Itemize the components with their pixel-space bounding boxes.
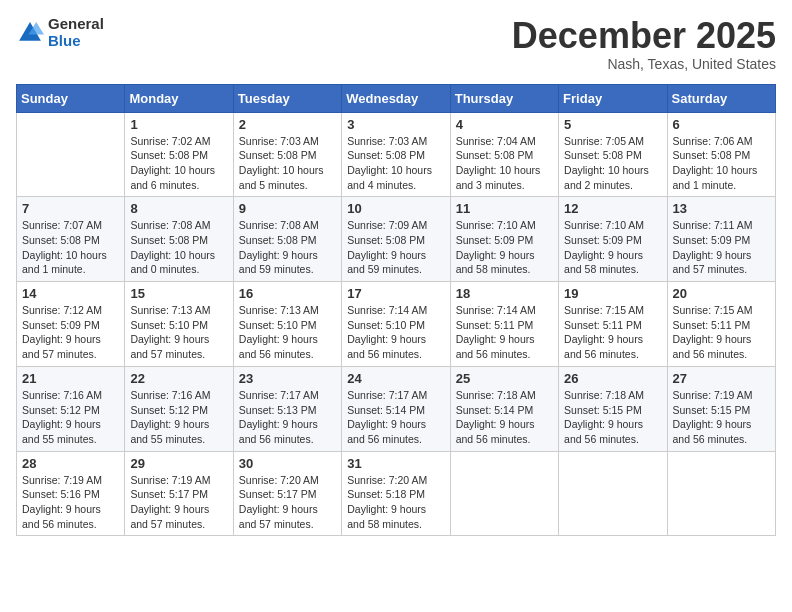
day-info: Sunrise: 7:13 AM Sunset: 5:10 PM Dayligh… <box>130 303 227 362</box>
calendar-cell: 24Sunrise: 7:17 AM Sunset: 5:14 PM Dayli… <box>342 366 450 451</box>
calendar-cell: 1Sunrise: 7:02 AM Sunset: 5:08 PM Daylig… <box>125 112 233 197</box>
title-area: December 2025 Nash, Texas, United States <box>512 16 776 72</box>
calendar-cell <box>559 451 667 536</box>
day-info: Sunrise: 7:19 AM Sunset: 5:16 PM Dayligh… <box>22 473 119 532</box>
day-info: Sunrise: 7:16 AM Sunset: 5:12 PM Dayligh… <box>22 388 119 447</box>
calendar-cell: 15Sunrise: 7:13 AM Sunset: 5:10 PM Dayli… <box>125 282 233 367</box>
calendar-cell: 23Sunrise: 7:17 AM Sunset: 5:13 PM Dayli… <box>233 366 341 451</box>
day-number: 12 <box>564 201 661 216</box>
calendar-header-tuesday: Tuesday <box>233 84 341 112</box>
day-info: Sunrise: 7:18 AM Sunset: 5:15 PM Dayligh… <box>564 388 661 447</box>
calendar-cell: 7Sunrise: 7:07 AM Sunset: 5:08 PM Daylig… <box>17 197 125 282</box>
day-info: Sunrise: 7:05 AM Sunset: 5:08 PM Dayligh… <box>564 134 661 193</box>
calendar-cell: 22Sunrise: 7:16 AM Sunset: 5:12 PM Dayli… <box>125 366 233 451</box>
calendar-cell: 28Sunrise: 7:19 AM Sunset: 5:16 PM Dayli… <box>17 451 125 536</box>
day-number: 21 <box>22 371 119 386</box>
logo-general: General <box>48 16 104 33</box>
calendar-header-saturday: Saturday <box>667 84 775 112</box>
calendar-cell: 12Sunrise: 7:10 AM Sunset: 5:09 PM Dayli… <box>559 197 667 282</box>
day-info: Sunrise: 7:07 AM Sunset: 5:08 PM Dayligh… <box>22 218 119 277</box>
day-number: 18 <box>456 286 553 301</box>
calendar-header-monday: Monday <box>125 84 233 112</box>
calendar-header-sunday: Sunday <box>17 84 125 112</box>
day-number: 6 <box>673 117 770 132</box>
day-number: 4 <box>456 117 553 132</box>
calendar-cell: 20Sunrise: 7:15 AM Sunset: 5:11 PM Dayli… <box>667 282 775 367</box>
calendar-cell: 4Sunrise: 7:04 AM Sunset: 5:08 PM Daylig… <box>450 112 558 197</box>
day-number: 7 <box>22 201 119 216</box>
calendar-cell: 9Sunrise: 7:08 AM Sunset: 5:08 PM Daylig… <box>233 197 341 282</box>
calendar-week-row: 21Sunrise: 7:16 AM Sunset: 5:12 PM Dayli… <box>17 366 776 451</box>
calendar-header-wednesday: Wednesday <box>342 84 450 112</box>
day-info: Sunrise: 7:15 AM Sunset: 5:11 PM Dayligh… <box>673 303 770 362</box>
calendar-cell: 8Sunrise: 7:08 AM Sunset: 5:08 PM Daylig… <box>125 197 233 282</box>
calendar-cell: 10Sunrise: 7:09 AM Sunset: 5:08 PM Dayli… <box>342 197 450 282</box>
calendar-week-row: 1Sunrise: 7:02 AM Sunset: 5:08 PM Daylig… <box>17 112 776 197</box>
day-number: 1 <box>130 117 227 132</box>
day-info: Sunrise: 7:16 AM Sunset: 5:12 PM Dayligh… <box>130 388 227 447</box>
calendar-header-friday: Friday <box>559 84 667 112</box>
day-info: Sunrise: 7:18 AM Sunset: 5:14 PM Dayligh… <box>456 388 553 447</box>
calendar-cell: 26Sunrise: 7:18 AM Sunset: 5:15 PM Dayli… <box>559 366 667 451</box>
logo-icon <box>16 19 44 47</box>
day-info: Sunrise: 7:11 AM Sunset: 5:09 PM Dayligh… <box>673 218 770 277</box>
day-number: 25 <box>456 371 553 386</box>
day-number: 19 <box>564 286 661 301</box>
calendar-cell: 16Sunrise: 7:13 AM Sunset: 5:10 PM Dayli… <box>233 282 341 367</box>
calendar-week-row: 14Sunrise: 7:12 AM Sunset: 5:09 PM Dayli… <box>17 282 776 367</box>
day-number: 23 <box>239 371 336 386</box>
day-number: 22 <box>130 371 227 386</box>
day-info: Sunrise: 7:14 AM Sunset: 5:10 PM Dayligh… <box>347 303 444 362</box>
day-number: 28 <box>22 456 119 471</box>
day-info: Sunrise: 7:03 AM Sunset: 5:08 PM Dayligh… <box>239 134 336 193</box>
day-number: 29 <box>130 456 227 471</box>
logo-blue: Blue <box>48 33 104 50</box>
calendar-cell: 3Sunrise: 7:03 AM Sunset: 5:08 PM Daylig… <box>342 112 450 197</box>
day-info: Sunrise: 7:14 AM Sunset: 5:11 PM Dayligh… <box>456 303 553 362</box>
calendar-cell: 27Sunrise: 7:19 AM Sunset: 5:15 PM Dayli… <box>667 366 775 451</box>
calendar-cell: 6Sunrise: 7:06 AM Sunset: 5:08 PM Daylig… <box>667 112 775 197</box>
day-number: 9 <box>239 201 336 216</box>
day-info: Sunrise: 7:12 AM Sunset: 5:09 PM Dayligh… <box>22 303 119 362</box>
calendar-cell: 18Sunrise: 7:14 AM Sunset: 5:11 PM Dayli… <box>450 282 558 367</box>
calendar-cell: 31Sunrise: 7:20 AM Sunset: 5:18 PM Dayli… <box>342 451 450 536</box>
calendar-cell: 25Sunrise: 7:18 AM Sunset: 5:14 PM Dayli… <box>450 366 558 451</box>
calendar-header-row: SundayMondayTuesdayWednesdayThursdayFrid… <box>17 84 776 112</box>
calendar-week-row: 7Sunrise: 7:07 AM Sunset: 5:08 PM Daylig… <box>17 197 776 282</box>
day-number: 8 <box>130 201 227 216</box>
day-info: Sunrise: 7:20 AM Sunset: 5:17 PM Dayligh… <box>239 473 336 532</box>
day-number: 16 <box>239 286 336 301</box>
day-info: Sunrise: 7:10 AM Sunset: 5:09 PM Dayligh… <box>564 218 661 277</box>
day-number: 31 <box>347 456 444 471</box>
calendar-cell: 11Sunrise: 7:10 AM Sunset: 5:09 PM Dayli… <box>450 197 558 282</box>
calendar-cell <box>450 451 558 536</box>
calendar-cell: 21Sunrise: 7:16 AM Sunset: 5:12 PM Dayli… <box>17 366 125 451</box>
calendar-cell: 2Sunrise: 7:03 AM Sunset: 5:08 PM Daylig… <box>233 112 341 197</box>
day-info: Sunrise: 7:04 AM Sunset: 5:08 PM Dayligh… <box>456 134 553 193</box>
day-info: Sunrise: 7:13 AM Sunset: 5:10 PM Dayligh… <box>239 303 336 362</box>
day-number: 15 <box>130 286 227 301</box>
day-info: Sunrise: 7:09 AM Sunset: 5:08 PM Dayligh… <box>347 218 444 277</box>
calendar-cell <box>667 451 775 536</box>
header: General Blue December 2025 Nash, Texas, … <box>16 16 776 72</box>
day-number: 14 <box>22 286 119 301</box>
calendar-cell: 17Sunrise: 7:14 AM Sunset: 5:10 PM Dayli… <box>342 282 450 367</box>
month-title: December 2025 <box>512 16 776 56</box>
day-number: 2 <box>239 117 336 132</box>
day-info: Sunrise: 7:17 AM Sunset: 5:13 PM Dayligh… <box>239 388 336 447</box>
day-info: Sunrise: 7:08 AM Sunset: 5:08 PM Dayligh… <box>239 218 336 277</box>
day-info: Sunrise: 7:10 AM Sunset: 5:09 PM Dayligh… <box>456 218 553 277</box>
calendar-cell: 14Sunrise: 7:12 AM Sunset: 5:09 PM Dayli… <box>17 282 125 367</box>
day-number: 20 <box>673 286 770 301</box>
day-number: 26 <box>564 371 661 386</box>
day-info: Sunrise: 7:19 AM Sunset: 5:15 PM Dayligh… <box>673 388 770 447</box>
day-info: Sunrise: 7:17 AM Sunset: 5:14 PM Dayligh… <box>347 388 444 447</box>
calendar: SundayMondayTuesdayWednesdayThursdayFrid… <box>16 84 776 537</box>
day-number: 30 <box>239 456 336 471</box>
day-info: Sunrise: 7:02 AM Sunset: 5:08 PM Dayligh… <box>130 134 227 193</box>
calendar-cell: 29Sunrise: 7:19 AM Sunset: 5:17 PM Dayli… <box>125 451 233 536</box>
day-number: 3 <box>347 117 444 132</box>
day-info: Sunrise: 7:06 AM Sunset: 5:08 PM Dayligh… <box>673 134 770 193</box>
calendar-cell: 5Sunrise: 7:05 AM Sunset: 5:08 PM Daylig… <box>559 112 667 197</box>
day-info: Sunrise: 7:03 AM Sunset: 5:08 PM Dayligh… <box>347 134 444 193</box>
